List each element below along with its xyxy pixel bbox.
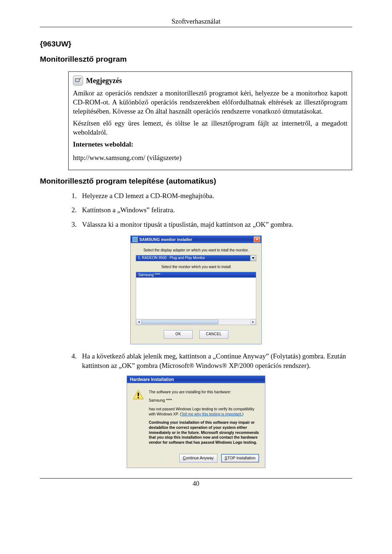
running-header: Szoftverhasználat (40, 17, 352, 25)
stop-installation-button[interactable]: STOP Installation (221, 454, 259, 463)
website-value: http://www.samsung.com/ (világszerte) (73, 153, 347, 162)
page-number: 40 (40, 480, 352, 488)
scroll-right-icon[interactable] (250, 319, 256, 325)
adapter-selected: 1. RADEON 9550 : Plug and Play Monitor (136, 255, 250, 261)
scroll-left-icon[interactable] (136, 319, 142, 325)
note-paragraph-2: Készítsen elő egy üres lemezt, és töltse… (73, 119, 347, 137)
hw-line1: The software you are installing for this… (149, 390, 259, 395)
note-box: Megjegyzés Amikor az operációs rendszer … (68, 71, 352, 170)
heading-model: {963UW} (40, 40, 352, 48)
cancel-button[interactable]: CANCEL (199, 330, 228, 339)
step-1: Helyezze a CD lemezt a CD-ROM-meghajtóba… (78, 191, 352, 201)
chevron-down-icon[interactable] (250, 255, 256, 261)
step-2: Kattintson a „Windows” feliratra. (78, 205, 352, 215)
note-icon (73, 75, 83, 86)
scrollbar-thumb[interactable] (142, 320, 219, 324)
hardware-installation-dialog: Hardware Installation The software you a… (127, 376, 265, 468)
installer-title: SAMSUNG monitor installer (139, 237, 192, 242)
installer-dialog: SAMSUNG monitor installer × Select the d… (130, 235, 262, 344)
monitor-selected[interactable]: Samsung **** (136, 272, 256, 278)
footer-rule (40, 478, 352, 479)
heading-install-auto: Monitorillesztő program telepítése (auto… (40, 177, 352, 185)
hw-warning: Continuing your installation of this sof… (149, 420, 259, 445)
ok-button[interactable]: OK (164, 330, 193, 339)
continue-anyway-button[interactable]: Continue Anyway (179, 454, 217, 463)
note-title: Megjegyzés (86, 76, 122, 85)
warning-icon (133, 390, 144, 400)
installer-prompt-1: Select the display adapter on which you … (136, 248, 256, 252)
svg-rect-0 (138, 393, 139, 396)
header-rule (40, 27, 352, 27)
scrollbar-track[interactable] (142, 319, 250, 325)
adapter-dropdown[interactable]: 1. RADEON 9550 : Plug and Play Monitor (136, 255, 256, 261)
horizontal-scrollbar[interactable] (136, 319, 256, 325)
svg-point-1 (138, 397, 139, 398)
step-4: Ha a következő ablak jelenik meg, kattin… (78, 352, 352, 370)
installer-prompt-2: Select the monitor which you want to ins… (136, 265, 256, 269)
heading-driver: Monitorillesztő program (40, 55, 352, 63)
hw-compat: has not passed Windows Logo testing to v… (149, 407, 259, 416)
app-icon (132, 237, 138, 242)
website-label: Internetes weboldal: (73, 140, 133, 148)
monitor-listbox[interactable]: Samsung **** (136, 272, 256, 325)
hw-device: Samsung **** (149, 398, 259, 403)
hw-testing-link[interactable]: Tell me why this testing is important. (181, 412, 242, 416)
hardware-installation-title: Hardware Installation (127, 376, 265, 383)
close-icon[interactable]: × (254, 237, 260, 242)
note-paragraph-1: Amikor az operációs rendszer a monitoril… (73, 89, 347, 116)
step-3: Válassza ki a monitor típusát a típuslis… (78, 220, 352, 229)
